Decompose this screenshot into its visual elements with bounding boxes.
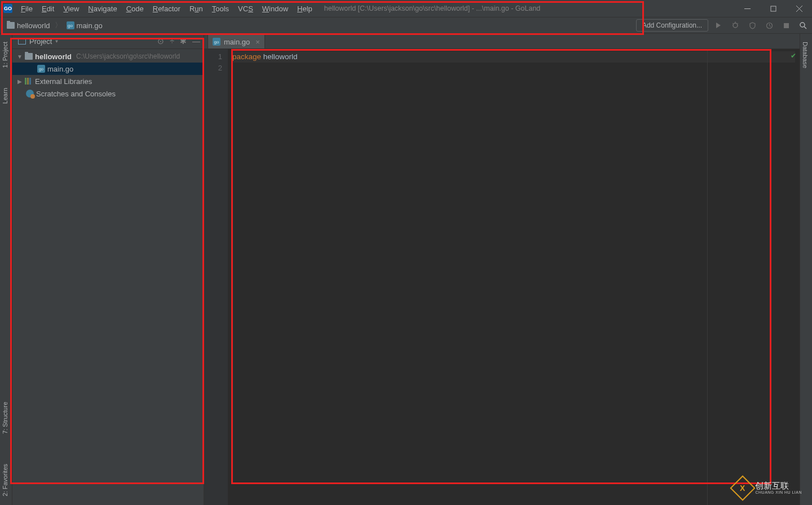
expand-arrow-icon[interactable]: ▼ [17,54,23,60]
tree-scratches[interactable]: Scratches and Consoles [12,87,204,100]
inspection-ok-icon[interactable]: ✔ [791,52,796,60]
project-tool-window: Project ▼ ⊙ ÷ ✱ — ▼ helloworld C:\Users\… [12,34,204,505]
line-number: 1 [204,51,222,63]
search-icon[interactable] [798,21,807,30]
tree-root-path: C:\Users\jackson\go\src\helloworld [76,52,180,60]
menu-edit[interactable]: Edit [38,2,58,15]
folder-icon [7,22,15,29]
left-tool-stripe: 1: Project Learn 7: Structure 2: Favorit… [0,34,12,505]
svg-line-10 [769,25,771,26]
right-margin-ruler [707,49,708,505]
menu-view[interactable]: View [59,2,83,15]
titlebar: GO File Edit View Navigate Code Refactor… [0,0,812,17]
watermark-badge-icon: X [730,475,756,500]
editor-body[interactable]: 1 2 package helloworld ✔ [204,49,800,505]
svg-line-13 [804,26,806,29]
side-tab-structure[interactable]: 7: Structure [0,398,10,437]
minimize-button[interactable] [734,0,760,17]
main-area: 1: Project Learn 7: Structure 2: Favorit… [0,34,812,505]
menu-vcs[interactable]: VCS [234,2,257,15]
menu-navigate[interactable]: Navigate [84,2,121,15]
side-tab-project[interactable]: 1: Project [0,38,10,71]
run-icon[interactable] [714,21,723,30]
tree-file-label: main.go [47,65,73,73]
project-view-icon [18,38,26,45]
tree-external-libraries[interactable]: ▶ External Libraries [12,75,204,87]
tree-scratches-label: Scratches and Consoles [36,90,116,98]
code-area[interactable]: package helloworld [228,49,800,505]
stop-icon[interactable] [782,21,791,30]
side-tab-database[interactable]: Database [800,38,810,72]
editor-tabs: go main.go × [204,34,800,49]
line-number: 2 [204,63,222,74]
menu-code[interactable]: Code [122,2,148,15]
locate-icon[interactable]: ⊙ [157,37,164,46]
go-file-icon: go [67,21,74,29]
maximize-button[interactable] [760,0,786,17]
tree-file-main-go[interactable]: go main.go [12,63,204,75]
expand-arrow-icon[interactable]: ▶ [17,78,23,85]
code-line-1: package helloworld [232,51,795,63]
navigation-bar: helloworld 〉 go main.go Add Configuratio… [0,17,812,34]
libraries-icon [25,78,33,85]
settings-icon[interactable]: ✱ [180,37,187,46]
editor-area: go main.go × 1 2 package helloworld ✔ [204,34,800,505]
project-panel-title[interactable]: Project [29,37,52,46]
tree-root-label: helloworld [35,52,72,61]
watermark-text: 创新互联 CHUANG XIN HU LIAN [755,481,802,495]
main-menu: File Edit View Navigate Code Refactor Ru… [17,2,316,15]
svg-line-7 [737,23,738,24]
folder-icon [25,53,33,60]
editor-tab-label: main.go [224,38,250,46]
menu-file[interactable]: File [17,2,37,15]
app-icon: GO [3,4,12,13]
svg-rect-1 [771,6,776,11]
svg-point-12 [800,23,805,27]
project-tree: ▼ helloworld C:\Users\jackson\go\src\hel… [12,49,204,505]
breadcrumb-separator: 〉 [52,20,64,30]
code-line-2 [232,63,795,74]
menu-refactor[interactable]: Refactor [149,2,184,15]
breadcrumb-file[interactable]: main.go [77,21,103,30]
coverage-icon[interactable] [748,21,757,30]
tree-ext-libs-label: External Libraries [35,77,92,86]
project-panel-header: Project ▼ ⊙ ÷ ✱ — [12,34,204,49]
hide-icon[interactable]: — [192,37,200,46]
breadcrumb: helloworld 〉 go main.go [7,20,103,30]
toolbar-run-icons [714,21,807,30]
menu-tools[interactable]: Tools [208,2,233,15]
collapse-icon[interactable]: ÷ [170,37,174,46]
menu-help[interactable]: Help [293,2,316,15]
line-gutter: 1 2 [204,49,228,505]
scratches-icon [26,90,34,98]
svg-point-4 [733,23,738,28]
svg-line-6 [732,23,734,24]
watermark: X 创新互联 CHUANG XIN HU LIAN [734,479,802,497]
svg-rect-11 [784,23,789,28]
close-button[interactable] [786,0,812,17]
editor-tab-main-go[interactable]: go main.go × [208,34,265,48]
chevron-down-icon[interactable]: ▼ [54,39,59,44]
close-icon[interactable]: × [255,38,260,46]
profile-icon[interactable] [765,21,774,30]
window-title: helloworld [C:\Users\jackson\go\src\hell… [324,5,541,12]
menu-run[interactable]: Run [186,2,207,15]
go-file-icon: go [37,65,45,73]
side-tab-favorites[interactable]: 2: Favorites [0,460,10,499]
right-tool-stripe: Database [800,34,812,505]
window-controls [734,0,812,17]
menu-window[interactable]: Window [258,2,292,15]
debug-icon[interactable] [731,21,740,30]
tree-root[interactable]: ▼ helloworld C:\Users\jackson\go\src\hel… [12,50,204,63]
breadcrumb-project[interactable]: helloworld [17,21,50,30]
add-configuration-button[interactable]: Add Configuration... [636,19,708,32]
side-tab-learn[interactable]: Learn [0,85,10,107]
go-file-icon: go [213,38,220,46]
